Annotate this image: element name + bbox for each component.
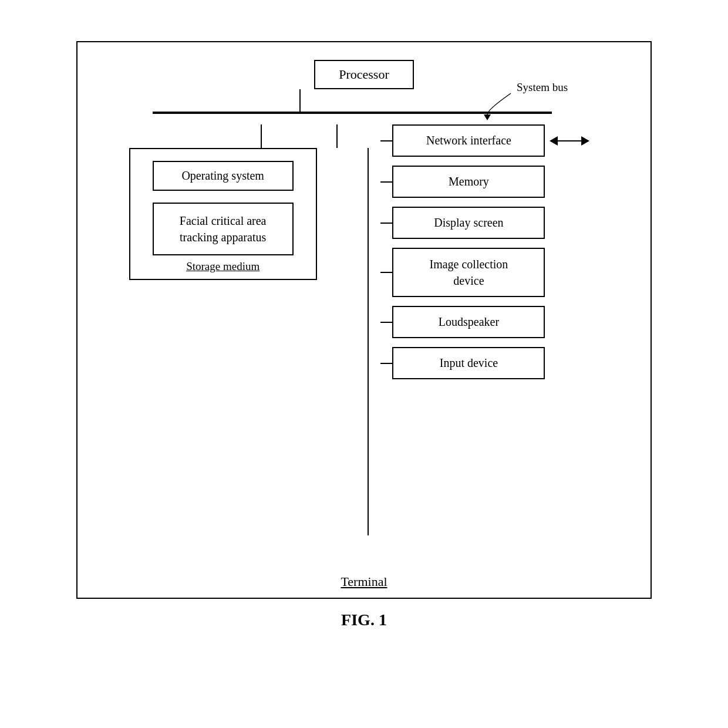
right-vert-connector (336, 124, 338, 148)
svg-text:System bus: System bus (517, 81, 568, 93)
input-h-connector (380, 363, 392, 364)
left-section: Operating system Facial critical areatra… (123, 124, 322, 280)
memory-box: Memory (392, 166, 545, 198)
image-collection-box: Image collectiondevice (392, 248, 545, 297)
loudspeaker-h-connector (380, 322, 392, 323)
loudspeaker-label: Loudspeaker (439, 315, 499, 329)
facial-apparatus-box: Facial critical areatracking apparatus (153, 203, 294, 255)
display-screen-label: Display screen (434, 216, 503, 230)
memory-label: Memory (449, 175, 489, 188)
display-screen-row: Display screen (380, 207, 589, 239)
image-collection-row: Image collectiondevice (380, 248, 589, 297)
loudspeaker-row: Loudspeaker (380, 306, 589, 338)
right-section: Network interface Memory (350, 124, 605, 535)
storage-medium-label: Storage medium (186, 260, 259, 273)
arrow-left-icon (550, 136, 558, 146)
vertical-bus (368, 148, 369, 535)
input-device-label: Input device (440, 356, 498, 370)
operating-system-label: Operating system (181, 169, 264, 182)
network-double-arrow (550, 136, 589, 146)
page-container: Processor System bus (41, 41, 687, 687)
terminal-label: Terminal (341, 574, 387, 589)
network-h-connector (380, 140, 392, 141)
proc-to-bus-line (299, 89, 301, 113)
display-screen-box: Display screen (392, 207, 545, 239)
system-bus-svg: System bus (481, 80, 599, 122)
bus-area: System bus (123, 89, 605, 124)
facial-apparatus-label: Facial critical areatracking apparatus (180, 213, 267, 245)
loudspeaker-box: Loudspeaker (392, 306, 545, 338)
main-content: Operating system Facial critical areatra… (123, 124, 605, 535)
operating-system-box: Operating system (153, 161, 294, 191)
memory-row: Memory (380, 166, 589, 198)
input-device-row: Input device (380, 347, 589, 379)
network-interface-label: Network interface (426, 134, 511, 147)
arrow-right-icon (581, 136, 589, 146)
network-interface-row: Network interface (380, 124, 589, 157)
processor-label: Processor (339, 67, 389, 82)
figure-caption: FIG. 1 (341, 611, 387, 629)
image-h-connector (380, 272, 392, 273)
middle-connector (322, 124, 350, 148)
bus-to-storage-line (261, 124, 262, 148)
arrow-line (558, 140, 581, 141)
input-device-box: Input device (392, 347, 545, 379)
terminal-box: Processor System bus (76, 41, 652, 599)
processor-box: Processor (314, 60, 414, 89)
display-h-connector (380, 223, 392, 224)
network-interface-box: Network interface (392, 124, 545, 157)
image-collection-label: Image collectiondevice (430, 256, 508, 289)
storage-box: Operating system Facial critical areatra… (129, 148, 317, 280)
memory-h-connector (380, 181, 392, 183)
components-column: Network interface Memory (380, 124, 589, 535)
svg-marker-1 (484, 114, 491, 120)
